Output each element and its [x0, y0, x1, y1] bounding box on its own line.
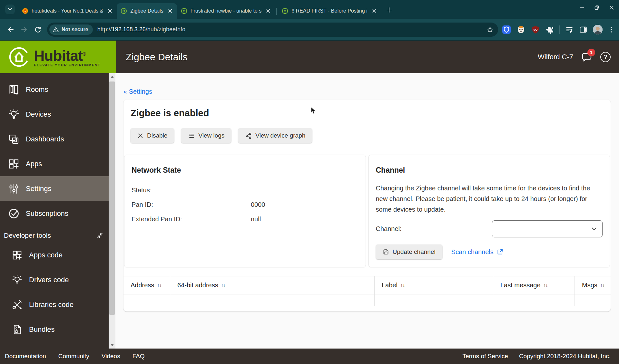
sidebar-item-libraries-code[interactable]: Libraries code	[0, 292, 109, 317]
dashboards-icon	[6, 133, 21, 145]
disable-button[interactable]: Disable	[131, 128, 174, 143]
table-cell	[123, 294, 170, 306]
channel-select[interactable]	[492, 220, 603, 237]
footer-link-videos[interactable]: Videos	[102, 353, 120, 360]
tab-read-first[interactable]: !! READ FIRST - Before Posting i	[278, 3, 381, 19]
new-tab-button[interactable]	[384, 5, 394, 15]
scroll-up-arrow[interactable]	[109, 73, 115, 80]
link-label: Scan channels	[451, 248, 494, 256]
close-icon[interactable]	[167, 7, 174, 14]
button-label: Disable	[147, 132, 167, 139]
channel-actions-row: Update channel Scan channels	[376, 244, 603, 259]
forward-button[interactable]	[17, 23, 31, 36]
save-icon	[383, 249, 389, 255]
sidebar-item-label: Apps	[26, 160, 42, 168]
column-header-last-message[interactable]: Last message↑↓	[493, 276, 575, 294]
sort-icon[interactable]: ↑↓	[544, 283, 548, 288]
column-header-address[interactable]: Address↑↓	[123, 276, 170, 294]
close-icon[interactable]	[371, 7, 378, 14]
help-button[interactable]: ?	[600, 52, 611, 62]
hotukdeals-flame-icon	[22, 8, 28, 14]
terms-of-service-link[interactable]: Terms of Service	[462, 353, 508, 360]
column-header-msgs[interactable]: Msgs↑↓	[575, 276, 611, 294]
sidebar-scrollbar[interactable]	[109, 73, 115, 349]
row-label: Extended Pan ID:	[132, 216, 251, 223]
ublock-origin-extension-icon[interactable]: uO	[531, 25, 540, 34]
tab-frustrated-newbie[interactable]: Frustrated newbie - unable to s	[177, 3, 275, 19]
view-device-graph-button[interactable]: View device graph	[238, 128, 312, 143]
bitwarden-extension-icon[interactable]	[502, 25, 511, 34]
close-icon[interactable]	[106, 7, 113, 14]
tools-icon	[10, 299, 25, 310]
address-bar[interactable]: Not secure http://192.168.3.26/hub/zigbe…	[47, 23, 498, 37]
toolbar-separator	[559, 25, 560, 34]
media-controls-icon[interactable]	[565, 25, 574, 34]
button-label: Update channel	[393, 248, 436, 255]
tab-zigbee-details[interactable]: Zigbee Details	[117, 3, 177, 19]
browser-tabstrip: hotukdeals - Your No.1 Deals & Zigbee De…	[0, 0, 619, 19]
profile-avatar[interactable]	[593, 25, 603, 34]
privacy-badger-extension-icon[interactable]	[516, 25, 526, 34]
tab-hotukdeals[interactable]: hotukdeals - Your No.1 Deals &	[18, 3, 117, 19]
network-state-title: Network State	[132, 166, 359, 175]
scroll-down-arrow[interactable]	[109, 341, 115, 349]
side-panel-icon[interactable]	[579, 25, 587, 34]
sidebar-item-rooms[interactable]: Rooms	[0, 77, 109, 102]
breadcrumb-settings-link[interactable]: « Settings	[123, 88, 152, 95]
bulb-icon	[10, 274, 25, 285]
scrollbar-thumb[interactable]	[109, 81, 115, 315]
minimize-button[interactable]	[575, 0, 589, 15]
zigbee-card: Zigbee is enabled Disable View logs View…	[123, 100, 611, 311]
sort-icon[interactable]: ↑↓	[600, 283, 604, 288]
sidebar-item-label: Drivers code	[29, 276, 69, 284]
sidebar-item-subscriptions[interactable]: Subscriptions	[0, 201, 109, 226]
browser-menu-icon[interactable]	[608, 26, 614, 33]
sort-icon[interactable]: ↑↓	[157, 283, 161, 288]
table-cell	[374, 294, 493, 306]
sidebar-item-label: Subscriptions	[26, 209, 68, 218]
close-icon[interactable]	[265, 7, 272, 14]
extensions-puzzle-icon[interactable]	[545, 25, 554, 34]
sidebar-item-apps[interactable]: Apps	[0, 151, 109, 176]
sidebar-item-drivers-code[interactable]: Drivers code	[0, 267, 109, 292]
column-header-label[interactable]: Label↑↓	[374, 276, 493, 294]
bookmark-star-icon[interactable]	[486, 26, 494, 33]
security-chip[interactable]: Not secure	[49, 24, 93, 35]
zip-file-icon	[10, 324, 25, 335]
brand-name: Hubitat	[34, 47, 83, 64]
table-cell	[493, 294, 575, 306]
restore-button[interactable]	[589, 0, 604, 15]
sidebar-item-apps-code[interactable]: Apps code	[0, 243, 109, 267]
footer-link-community[interactable]: Community	[58, 353, 89, 360]
sidebar-item-settings[interactable]: Settings	[0, 176, 109, 201]
sidebar-item-label: Libraries code	[29, 301, 74, 309]
tab-title: Zigbee Details	[130, 8, 163, 14]
sidebar-item-dashboards[interactable]: Dashboards	[0, 127, 109, 151]
channel-select-row: Channel:	[376, 220, 603, 237]
sidebar-item-bundles[interactable]: Bundles	[0, 317, 109, 342]
sort-icon[interactable]: ↑↓	[221, 283, 225, 288]
url-scheme: http://	[97, 26, 112, 33]
apps-grid-icon	[6, 158, 21, 170]
tab-title: !! READ FIRST - Before Posting i	[291, 8, 367, 14]
button-label: View device graph	[255, 132, 305, 139]
close-window-button[interactable]	[604, 0, 619, 15]
collapse-icon[interactable]	[96, 232, 103, 239]
column-header-64bit-address[interactable]: 64-bit address↑↓	[170, 276, 374, 294]
view-logs-button[interactable]: View logs	[181, 128, 231, 143]
scan-channels-link[interactable]: Scan channels	[451, 248, 503, 256]
hubitat-logo[interactable]: Hubitat® ELEVATE YOUR ENVIRONMENT	[0, 41, 116, 73]
reload-button[interactable]	[31, 23, 44, 36]
footer-link-faq[interactable]: FAQ	[133, 353, 145, 360]
update-channel-button[interactable]: Update channel	[376, 244, 442, 259]
footer-link-documentation[interactable]: Documentation	[5, 353, 46, 360]
sliders-icon	[6, 183, 21, 195]
sidebar-item-label: Settings	[26, 185, 52, 193]
table-cell	[575, 294, 611, 306]
tab-search-button[interactable]	[5, 5, 15, 14]
notifications-button[interactable]: 1	[580, 51, 593, 63]
back-button[interactable]	[4, 23, 17, 36]
sidebar-item-devices[interactable]: Devices	[0, 102, 109, 127]
tab-title: hotukdeals - Your No.1 Deals &	[32, 8, 103, 14]
sort-icon[interactable]: ↑↓	[400, 283, 405, 288]
